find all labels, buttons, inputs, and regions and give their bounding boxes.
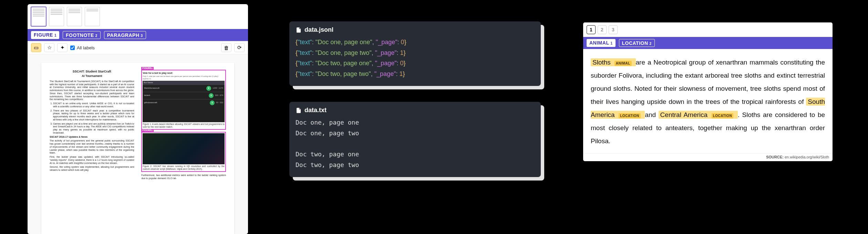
label-chip-paragraph[interactable]: PARAGRAPH 3	[104, 31, 146, 39]
doc-h5: SSCAIT 2016-17 Updates & News	[50, 136, 87, 138]
thumb-page-2[interactable]	[49, 7, 64, 26]
doc-ol-1: SSCAIT is an online-only event. Unlike A…	[53, 102, 134, 108]
refresh-icon: ⟳	[237, 45, 242, 51]
all-labels-checkbox[interactable]	[70, 46, 75, 50]
doc-p4: Second, the voting system was implemente…	[50, 166, 134, 172]
thumb-page-3[interactable]	[67, 7, 82, 26]
doc-title-1: SSCAIT: Student StarCraft	[50, 70, 134, 74]
label-chip-hotkey: 3	[141, 34, 143, 38]
delete-button[interactable]: 🗑	[221, 43, 231, 52]
tool-rect[interactable]: ▭	[31, 43, 41, 52]
entity-span-sloths[interactable]: Sloths ANIMAL	[591, 58, 636, 66]
page-btn-3[interactable]: 3	[609, 25, 618, 34]
rect-icon: ▭	[34, 45, 39, 51]
entity-tag-location: LOCATION	[712, 113, 733, 118]
label-chip-animal[interactable]: ANIMAL 1	[587, 39, 616, 47]
paginator: 1 2 3	[583, 22, 833, 37]
polygon-icon: ☆	[47, 45, 52, 51]
trash-icon: 🗑	[224, 45, 229, 51]
label-chip-hotkey: 2	[650, 42, 652, 46]
doc-ol-3: Games are played one at a time and are p…	[53, 123, 134, 135]
fig2-caption: Figure 2: SSCAIT live stream running in …	[143, 165, 225, 170]
jsonl-code: {"text": "Doc one, page one", "_page": 0…	[296, 37, 535, 79]
label-chip-hotkey: 2	[95, 34, 97, 38]
label-chip-footnote[interactable]: FOOTNOTE 2	[63, 31, 101, 39]
code-card-txt: data.txt Doc one, page one Doc one, page…	[289, 102, 541, 177]
thumb-page-4[interactable]	[85, 7, 100, 26]
annotation-figure-2[interactable]: FIGURE₂ Figure 2: SSCAIT live stream run…	[141, 132, 226, 172]
fig1-sub: Only 1 vote per user and at least one ga…	[143, 75, 225, 80]
fig1-headline: Vote for a bot to play next:	[143, 72, 225, 75]
tool-polygon[interactable]: ☆	[44, 43, 54, 52]
figure-tag: FIGURE₁	[141, 67, 153, 70]
label-chip-location[interactable]: LOCATION 2	[619, 39, 655, 47]
annotation-figure-1[interactable]: FIGURE₁ Vote for a bot to play next: Onl…	[141, 70, 226, 130]
all-labels-toggle[interactable]: All labels	[70, 45, 95, 50]
entity-span-central-america[interactable]: Central America LOCATION	[659, 111, 738, 119]
label-bar: FIGURE 1 FOOTNOTE 2 PARAGRAPH 3	[28, 29, 248, 41]
file-icon	[296, 107, 302, 114]
label-chip-name: FIGURE	[34, 32, 53, 38]
ner-panel: 1 2 3 ANIMAL 1 LOCATION 2 Sloths ANIMAL …	[582, 21, 834, 162]
annotation-toolbar: ▭ ☆ ✦ All labels 🗑 ⟳	[28, 41, 248, 55]
doc-lead: The Student StarCraft AI Tournament (SSC…	[50, 80, 134, 101]
doc-title-2: AI Tournament	[50, 74, 134, 78]
pdf-annotation-panel: FIGURE 1 FOOTNOTE 2 PARAGRAPH 3 ▭ ☆ ✦ Al…	[28, 4, 248, 234]
doc-p2: The activity of bot programmers and the …	[50, 139, 134, 155]
label-chip-name: LOCATION	[622, 40, 648, 46]
label-chip-hotkey: 1	[610, 41, 612, 45]
reset-button[interactable]: ⟳	[234, 43, 245, 52]
entity-tag-location: LOCATION	[619, 113, 640, 118]
doc-p5: Furthermore, two additional metrics were…	[141, 174, 226, 180]
code-panel: data.jsonl {"text": "Doc one, page one",…	[289, 21, 541, 177]
page-btn-2[interactable]: 2	[598, 25, 607, 34]
document-viewport[interactable]: SSCAIT: Student StarCraft AI Tournament …	[28, 55, 248, 234]
fig1-caption: Figure 1: A web-based interface allowing…	[143, 123, 225, 128]
annotated-text[interactable]: Sloths ANIMAL are a Neotropical group of…	[583, 49, 833, 153]
page-btn-1[interactable]: 1	[587, 25, 596, 34]
txt-code: Doc one, page one Doc one, page two Doc …	[296, 117, 535, 170]
label-chip-name: ANIMAL	[589, 40, 609, 46]
code-card-jsonl: data.jsonl {"text": "Doc one, page one",…	[289, 21, 541, 86]
label-chip-hotkey: 1	[54, 33, 56, 37]
entity-tag-animal: ANIMAL	[614, 61, 632, 66]
figure-tag: FIGURE₂	[141, 129, 153, 132]
label-chip-name: PARAGRAPH	[107, 32, 140, 38]
filename-txt: data.txt	[304, 107, 327, 114]
file-icon	[296, 27, 302, 33]
wand-icon: ✦	[60, 45, 65, 51]
label-chip-figure[interactable]: FIGURE 1	[31, 31, 59, 39]
source-line: SOURCE: en.wikipedia.org/wiki/Sloth	[583, 153, 833, 161]
tool-wand[interactable]: ✦	[57, 43, 68, 52]
thumb-page-1[interactable]	[31, 7, 46, 26]
fig2-screenshot	[143, 133, 225, 164]
doc-page: SSCAIT: Student StarCraft AI Tournament …	[41, 63, 234, 234]
label-chip-name: FOOTNOTE	[66, 32, 94, 38]
all-labels-label: All labels	[77, 45, 95, 50]
page-thumbnails	[28, 4, 248, 29]
doc-p3: First, the ladder phase was updated, wit…	[50, 156, 134, 165]
label-bar: ANIMAL 1 LOCATION 2	[583, 37, 833, 49]
filename-jsonl: data.jsonl	[304, 26, 333, 33]
fig1-screenshot: Bot Name Martinfomascroft⬆12001170 tttcl…	[143, 81, 225, 122]
doc-ol-2: There are two phases of SSCAIT each year…	[53, 109, 134, 121]
